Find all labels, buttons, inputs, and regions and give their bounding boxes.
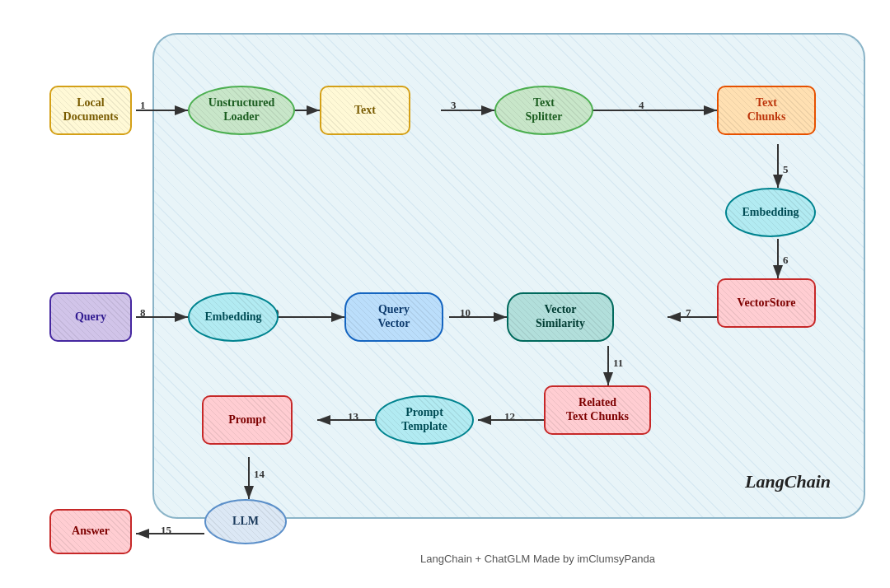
step-12: 12 [504, 410, 515, 423]
prompt-node: Prompt [202, 395, 293, 445]
footer-text: LangChain + ChatGLM Made by imClumsyPand… [420, 553, 655, 565]
unstructured-loader-node: UnstructuredLoader [188, 86, 295, 135]
llm-node: LLM [204, 499, 287, 544]
embedding-top-node: Embedding [725, 188, 816, 237]
step-1: 1 [140, 99, 146, 112]
step-3: 3 [451, 99, 457, 112]
step-8: 8 [140, 306, 146, 320]
prompt-template-node: PromptTemplate [375, 395, 474, 445]
canvas: LangChain LangChain + ChatGLM Made by im… [0, 0, 890, 588]
text-splitter-node: TextSplitter [494, 86, 593, 135]
answer-node: Answer [49, 509, 132, 554]
step-15: 15 [161, 524, 171, 537]
text-chunks-node: TextChunks [717, 86, 816, 135]
related-text-chunks-node: RelatedText Chunks [544, 385, 651, 435]
text-node: Text [320, 86, 410, 135]
step-14: 14 [254, 468, 265, 481]
step-13: 13 [348, 410, 358, 423]
query-node: Query [49, 292, 132, 342]
vector-similarity-node: VectorSimilarity [507, 292, 614, 342]
vector-store-node: VectorStore [717, 278, 816, 328]
step-7: 7 [686, 306, 691, 320]
step-10: 10 [460, 306, 471, 320]
embedding-mid-node: Embedding [188, 292, 279, 342]
step-6: 6 [783, 254, 789, 267]
step-5: 5 [783, 163, 789, 176]
local-documents-node: LocalDocuments [49, 86, 132, 135]
step-4: 4 [639, 99, 644, 112]
langchain-label: LangChain [745, 471, 831, 492]
query-vector-node: QueryVector [344, 292, 443, 342]
step-11: 11 [613, 357, 623, 370]
